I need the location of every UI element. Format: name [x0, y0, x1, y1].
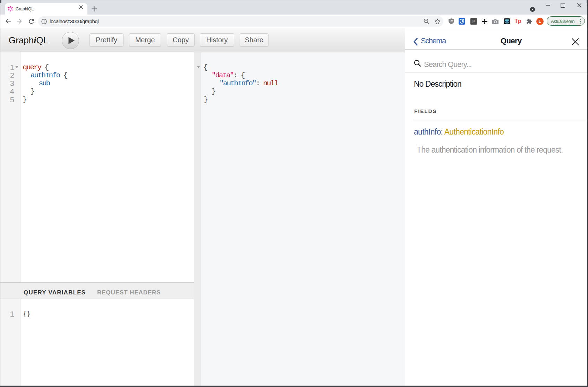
svg-text:P: P: [472, 19, 475, 24]
svg-text:UD: UD: [450, 19, 453, 22]
